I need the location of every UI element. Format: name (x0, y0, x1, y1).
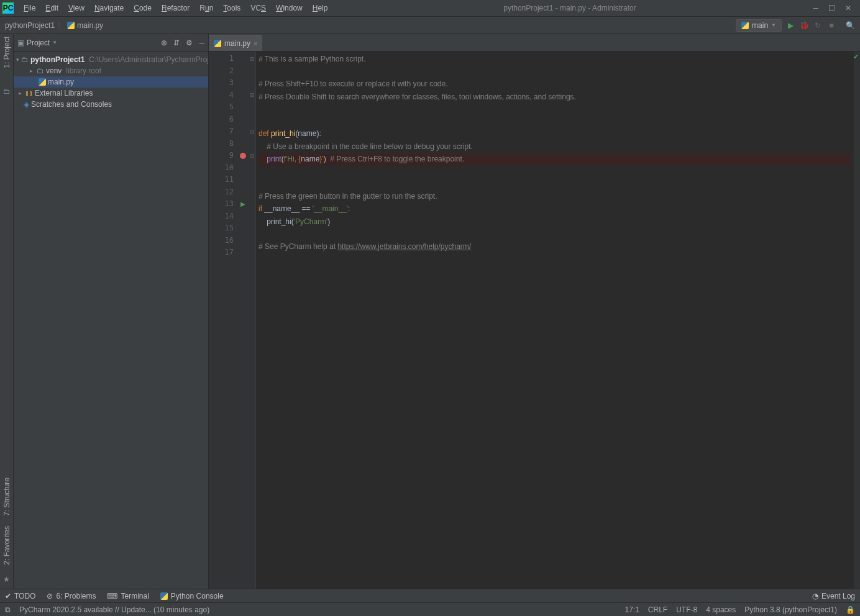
locate-file-icon[interactable]: ⊕ (161, 38, 167, 47)
tool-todo-button[interactable]: ✔TODO (5, 592, 35, 600)
breadcrumb-project[interactable]: pythonProject1 (5, 21, 55, 30)
status-hide-tools-icon[interactable]: ⧉ (5, 605, 11, 614)
event-log-icon: ◔ (812, 592, 818, 600)
run-coverage-button[interactable]: ↻ (813, 20, 823, 30)
window-minimize-icon[interactable]: ─ (813, 4, 818, 12)
tool-terminal-button[interactable]: ⌨Terminal (107, 592, 149, 600)
tree-external-libraries[interactable]: ▸ ⫾⫾ External Libraries (14, 88, 208, 99)
status-message[interactable]: PyCharm 2020.2.5 available // Update... … (19, 605, 209, 614)
menu-tools[interactable]: Tools (218, 1, 245, 15)
tool-project-icon[interactable]: 🗀 (3, 87, 11, 96)
project-view-icon: ▣ (17, 38, 24, 47)
menu-view[interactable]: View (63, 1, 89, 15)
menu-help[interactable]: Help (308, 1, 333, 15)
chevron-right-icon[interactable]: ▸ (16, 90, 24, 96)
chevron-down-icon[interactable]: ▾ (16, 57, 19, 63)
problems-icon: ⊘ (47, 592, 53, 600)
folder-icon: 🗀 (37, 66, 44, 75)
panel-settings-icon[interactable]: ⚙ (186, 38, 193, 47)
menu-navigate[interactable]: Navigate (89, 1, 129, 15)
window-maximize-icon[interactable]: ☐ (828, 4, 835, 12)
status-encoding[interactable]: UTF-8 (676, 605, 697, 614)
python-icon (160, 592, 168, 600)
debug-button[interactable]: 🐞 (799, 20, 809, 30)
breadcrumb-separator-icon: 〉 (55, 20, 67, 30)
gutter-marks[interactable]: ▶ (237, 52, 249, 589)
close-tab-icon[interactable]: × (254, 40, 257, 47)
status-indent[interactable]: 4 spaces (706, 605, 736, 614)
python-icon (741, 22, 749, 29)
status-cursor-position[interactable]: 17:1 (625, 605, 639, 614)
line-number-gutter[interactable]: 1234567891011121314151617 (209, 52, 237, 589)
left-tool-strip: 1: Project 🗀 7: Structure 2: Favorites ★ (0, 34, 14, 589)
menu-refactor[interactable]: Refactor (157, 1, 194, 15)
tool-favorites-star-icon[interactable]: ★ (3, 575, 10, 584)
tree-root[interactable]: ▾ 🗀 pythonProject1 C:\Users\Administrato… (14, 54, 208, 65)
python-file-icon (214, 40, 221, 47)
search-everywhere-button[interactable]: 🔍 (845, 20, 855, 30)
project-panel-title[interactable]: ▣ Project ▼ (17, 38, 57, 47)
todo-icon: ✔ (5, 592, 11, 600)
breakpoint-icon[interactable] (240, 153, 246, 159)
bottom-tool-strip: ✔TODO ⊘6: Problems ⌨Terminal Python Cons… (0, 589, 860, 602)
folder-icon: 🗀 (21, 55, 29, 64)
expand-all-icon[interactable]: ⇵ (173, 38, 180, 47)
nav-bar: pythonProject1 〉 main.py main ▼ ▶ 🐞 ↻ ■ … (0, 17, 860, 34)
menu-run[interactable]: Run (194, 1, 218, 15)
panel-hide-icon[interactable]: ─ (199, 38, 204, 47)
window-title: pythonProject1 - main.py - Administrator (332, 4, 807, 12)
status-interpreter[interactable]: Python 3.8 (pythonProject1) (744, 605, 837, 614)
inspection-ok-icon: ✔ (853, 53, 859, 61)
dropdown-arrow-icon: ▼ (771, 22, 776, 28)
window-close-icon[interactable]: ✕ (845, 4, 851, 12)
code-content[interactable]: # This is a sample Python script. # Pres… (256, 52, 854, 589)
menu-window[interactable]: Window (271, 1, 308, 15)
inspection-gutter[interactable]: ✔ (854, 52, 860, 589)
project-view-dropdown-icon: ▼ (52, 40, 57, 45)
tool-python-console-button[interactable]: Python Console (160, 592, 224, 600)
menu-code[interactable]: Code (129, 1, 157, 15)
menu-file[interactable]: File (19, 1, 40, 15)
tool-event-log-button[interactable]: ◔Event Log (812, 592, 855, 600)
run-config-selector[interactable]: main ▼ (736, 19, 782, 32)
project-tree[interactable]: ▾ 🗀 pythonProject1 C:\Users\Administrato… (14, 52, 208, 112)
breadcrumb-file[interactable]: main.py (67, 21, 103, 30)
run-gutter-icon[interactable]: ▶ (240, 201, 245, 207)
stop-button[interactable]: ■ (826, 20, 836, 30)
status-bar: ⧉ PyCharm 2020.2.5 available // Update..… (0, 602, 860, 616)
tool-structure-button[interactable]: 7: Structure (2, 478, 11, 516)
status-line-separator[interactable]: CRLF (648, 605, 667, 614)
menu-edit[interactable]: Edit (40, 1, 63, 15)
python-file-icon (67, 22, 75, 29)
tree-file-main[interactable]: main.py (14, 76, 208, 88)
code-editor[interactable]: 1234567891011121314151617 ▶ ⊟⊟ ⊟ ⊟ # Thi… (209, 52, 860, 589)
editor-tabs: main.py × (209, 34, 860, 52)
terminal-icon: ⌨ (107, 592, 117, 600)
status-lock-icon[interactable]: 🔒 (846, 605, 855, 614)
fold-gutter[interactable]: ⊟⊟ ⊟ ⊟ (249, 52, 256, 589)
tool-problems-button[interactable]: ⊘6: Problems (47, 592, 96, 600)
run-button[interactable]: ▶ (785, 20, 795, 30)
python-file-icon (39, 78, 46, 86)
tree-venv[interactable]: ▸ 🗀 venv library root (14, 65, 208, 76)
app-logo-icon: PC (2, 2, 14, 14)
project-panel: ▣ Project ▼ ⊕ ⇵ ⚙ ─ ▾ 🗀 pythonProject1 C… (14, 34, 209, 589)
editor-tab-main[interactable]: main.py × (209, 35, 262, 51)
scratch-icon: ◈ (24, 100, 29, 109)
tree-scratches[interactable]: ◈ Scratches and Consoles (14, 99, 208, 110)
tool-project-button[interactable]: 1: Project (2, 37, 11, 68)
library-icon: ⫾⫾ (25, 89, 33, 97)
tool-favorites-button[interactable]: 2: Favorites (2, 526, 11, 565)
chevron-right-icon[interactable]: ▸ (27, 68, 35, 74)
menu-vcs[interactable]: VCS (245, 1, 271, 15)
titlebar: PC File Edit View Navigate Code Refactor… (0, 0, 860, 17)
